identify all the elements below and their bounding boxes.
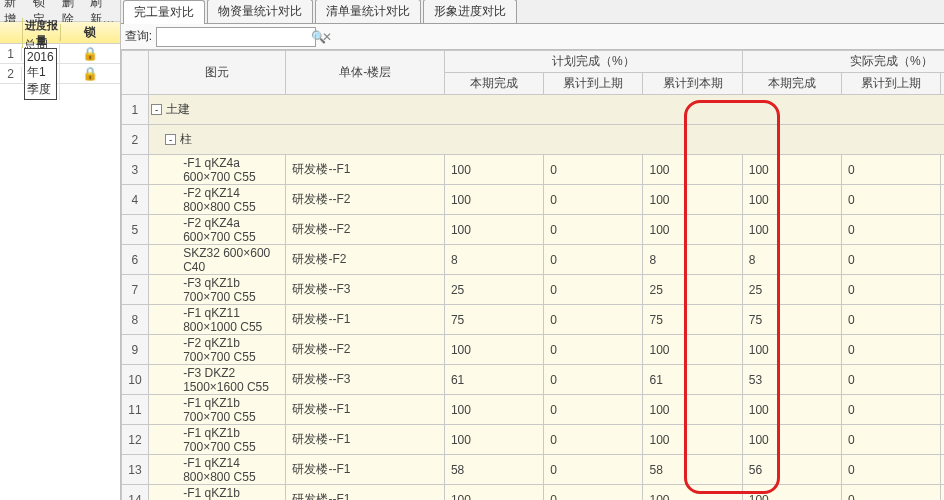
cell-actual-prev: 0 (842, 215, 941, 245)
table-row[interactable]: 7-F3 qKZ1b700×700 C55研发楼--F32502525025 (121, 275, 944, 305)
col-plan-total[interactable]: 累计到本期 (643, 73, 742, 95)
table-row[interactable]: 12-F1 qKZ1b700×700 C55研发楼--F110001001000… (121, 425, 944, 455)
cell-unit: 研发楼--F1 (286, 425, 444, 455)
cell-plan-total: 75 (643, 305, 742, 335)
cell-tree: -F1 qKZ1b700×700 C55 (149, 485, 286, 501)
cell-actual-current: 100 (742, 185, 841, 215)
cell-actual-prev: 0 (842, 365, 941, 395)
grid-wrap[interactable]: 图元 单体-楼层 计划完成（%） 实际完成（%） 本期完成 累计到上期 累计到本… (121, 50, 944, 500)
tab[interactable]: 形象进度对比 (423, 0, 517, 23)
cell-actual-prev: 0 (842, 455, 941, 485)
cell-actual-prev: 0 (842, 305, 941, 335)
col-plan-current[interactable]: 本期完成 (444, 73, 543, 95)
cell-actual-prev: 0 (842, 155, 941, 185)
grid-rownum: 9 (121, 335, 148, 365)
period-row[interactable]: 22016年1季度🔒 (0, 64, 120, 84)
cell-plan-current: 100 (444, 155, 543, 185)
group-row[interactable]: -土建 (149, 95, 944, 125)
grid-rownum: 3 (121, 155, 148, 185)
cell-unit: 研发楼--F1 (286, 455, 444, 485)
table-row[interactable]: 10-F3 DKZ21500×1600 C55研发楼--F36106153053 (121, 365, 944, 395)
table-row[interactable]: 14-F1 qKZ1b700×700 C55研发楼--F110001001000… (121, 485, 944, 501)
tab[interactable]: 完工量对比 (123, 0, 205, 24)
cell-unit: 研发楼--F3 (286, 365, 444, 395)
cell-plan-prev: 0 (544, 455, 643, 485)
data-grid: 图元 单体-楼层 计划完成（%） 实际完成（%） 本期完成 累计到上期 累计到本… (121, 50, 944, 500)
left-panel: 新增 锁定 删除 刷新… 进度报量 锁 1总周期🔒22016年1季度🔒 (0, 0, 121, 500)
cell-plan-current: 61 (444, 365, 543, 395)
search-input[interactable] (159, 30, 309, 44)
cell-plan-prev: 0 (544, 185, 643, 215)
table-row[interactable]: 13-F1 qKZ14800×800 C55研发楼--F15805856056 (121, 455, 944, 485)
cell-actual-prev: 0 (842, 425, 941, 455)
cell-plan-total: 58 (643, 455, 742, 485)
cell-tree: -F2 qKZ14800×800 C55 (149, 185, 286, 215)
tab[interactable]: 物资量统计对比 (207, 0, 313, 23)
cell-actual-current: 100 (742, 485, 841, 501)
cell-actual-prev: 0 (842, 185, 941, 215)
table-row[interactable]: 3-F1 qKZ4a600×700 C55研发楼--F1100010010001… (121, 155, 944, 185)
col-unit[interactable]: 单体-楼层 (286, 51, 444, 95)
cell-plan-current: 100 (444, 185, 543, 215)
table-row[interactable]: 6SKZ32 600×600C40研发楼-F2808808 (121, 245, 944, 275)
grid-rownum: 1 (121, 95, 148, 125)
tab[interactable]: 清单量统计对比 (315, 0, 421, 23)
table-row[interactable]: 9-F2 qKZ1b700×700 C55研发楼--F2100010010001… (121, 335, 944, 365)
cell-actual-current: 100 (742, 395, 841, 425)
group-row[interactable]: -柱 (149, 125, 944, 155)
cell-unit: 研发楼--F1 (286, 395, 444, 425)
cell-tree: -F3 DKZ21500×1600 C55 (149, 365, 286, 395)
col-plan-prev[interactable]: 累计到上期 (544, 73, 643, 95)
grid-rownum: 2 (121, 125, 148, 155)
tabs-row: 完工量对比物资量统计对比清单量统计对比形象进度对比 (121, 0, 944, 24)
col-tree[interactable]: 图元 (149, 51, 286, 95)
col-group-plan[interactable]: 计划完成（%） (444, 51, 742, 73)
cell-plan-current: 100 (444, 215, 543, 245)
cell-plan-prev: 0 (544, 305, 643, 335)
grid-rownum: 11 (121, 395, 148, 425)
table-row[interactable]: 8-F1 qKZ11800×1000 C55研发楼--F17507575075 (121, 305, 944, 335)
clear-search-icon[interactable]: ✕ (320, 30, 334, 44)
table-row[interactable]: 4-F2 qKZ14800×800 C55研发楼--F2100010010001… (121, 185, 944, 215)
cell-plan-total: 8 (643, 245, 742, 275)
search-label: 查询: (125, 28, 152, 45)
cell-plan-total: 100 (643, 335, 742, 365)
cell-tree: -F1 qKZ4a600×700 C55 (149, 155, 286, 185)
cell-tree: -F2 qKZ1b700×700 C55 (149, 335, 286, 365)
cell-plan-total: 100 (643, 485, 742, 501)
period-row-index: 2 (0, 67, 22, 81)
cell-plan-current: 100 (444, 485, 543, 501)
cell-tree: -F2 qKZ4a600×700 C55 (149, 215, 286, 245)
left-grid-header: 进度报量 锁 (0, 22, 120, 44)
search-box[interactable]: 🔍 (156, 27, 316, 47)
cell-actual-prev: 0 (842, 335, 941, 365)
cell-actual-current: 100 (742, 215, 841, 245)
period-row[interactable]: 1总周期🔒 (0, 44, 120, 64)
cell-plan-current: 100 (444, 395, 543, 425)
cell-tree: SKZ32 600×600C40 (149, 245, 286, 275)
left-col-lock: 锁 (60, 24, 120, 41)
collapse-icon[interactable]: - (151, 104, 162, 115)
grid-rownum: 14 (121, 485, 148, 501)
cell-plan-current: 100 (444, 425, 543, 455)
cell-plan-prev: 0 (544, 365, 643, 395)
cell-actual-current: 25 (742, 275, 841, 305)
cell-tree: -F1 qKZ14800×800 C55 (149, 455, 286, 485)
cell-plan-total: 100 (643, 185, 742, 215)
col-actual-current[interactable]: 本期完成 (742, 73, 841, 95)
grid-rownum: 6 (121, 245, 148, 275)
period-row-index: 1 (0, 47, 22, 61)
col-rownum[interactable] (121, 51, 148, 95)
col-group-actual[interactable]: 实际完成（%） (742, 51, 944, 73)
cell-unit: 研发楼--F1 (286, 305, 444, 335)
grid-rownum: 4 (121, 185, 148, 215)
col-actual-prev[interactable]: 累计到上期 (842, 73, 941, 95)
table-row[interactable]: 11-F1 qKZ1b700×700 C55研发楼--F110001001000… (121, 395, 944, 425)
lock-icon: 🔒 (60, 46, 120, 61)
cell-actual-current: 8 (742, 245, 841, 275)
left-toolbar: 新增 锁定 删除 刷新… (0, 0, 120, 22)
cell-tree: -F3 qKZ1b700×700 C55 (149, 275, 286, 305)
grid-rownum: 12 (121, 425, 148, 455)
table-row[interactable]: 5-F2 qKZ4a600×700 C55研发楼--F2100010010001… (121, 215, 944, 245)
collapse-icon[interactable]: - (165, 134, 176, 145)
